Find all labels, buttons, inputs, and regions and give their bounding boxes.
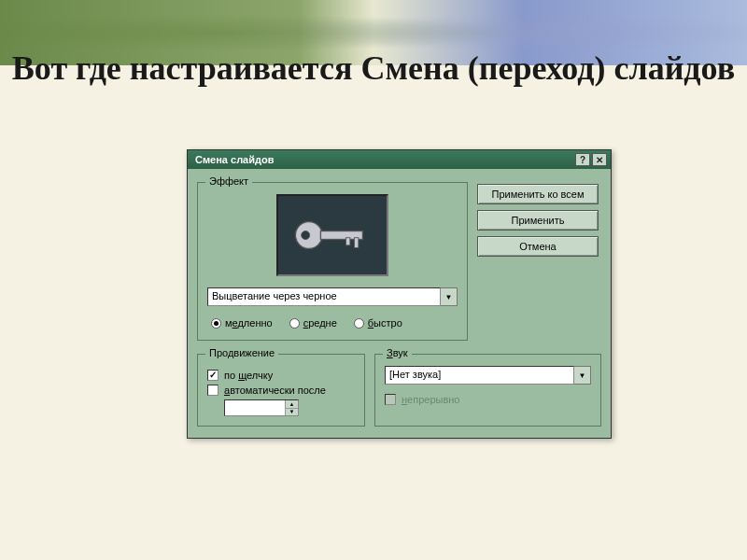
apply-all-button[interactable]: Применить ко всем [477, 184, 599, 204]
loop-checkbox: непрерывно [385, 394, 591, 405]
sound-combo-dropdown[interactable]: ▼ [574, 366, 591, 385]
apply-button[interactable]: Применить [477, 210, 599, 231]
slide-title: Вот где настраивается Смена (переход) сл… [0, 49, 747, 89]
speed-fast-radio[interactable]: быстро [354, 317, 402, 329]
on-click-label: по щелчку [224, 370, 273, 381]
spin-up[interactable]: ▲ [285, 400, 298, 409]
speed-slow-radio[interactable]: медленно [211, 317, 273, 329]
advance-group-label: Продвижение [205, 347, 278, 358]
speed-fast-label: быстро [368, 317, 402, 329]
auto-time-input[interactable]: ▲ ▼ [224, 399, 299, 416]
svg-rect-4 [354, 238, 359, 248]
sound-combo-value[interactable]: [Нет звука] [385, 366, 574, 385]
effect-combo-value[interactable]: Выцветание через черное [207, 287, 441, 306]
effect-combo[interactable]: Выцветание через черное ▼ [207, 287, 458, 306]
dialog-titlebar[interactable]: Смена слайдов ? ✕ [188, 150, 611, 169]
loop-label: непрерывно [402, 394, 459, 405]
effect-combo-dropdown[interactable]: ▼ [441, 287, 458, 306]
sound-group-label: Звук [383, 347, 412, 358]
auto-after-label: автоматически после [224, 385, 326, 396]
close-button[interactable]: ✕ [592, 153, 607, 166]
radio-icon [354, 318, 364, 329]
radio-icon [211, 318, 221, 329]
auto-after-checkbox[interactable]: автоматически после [207, 385, 355, 396]
effect-group: Эффект Выцветание через черное ▼ [197, 182, 468, 341]
spin-down[interactable]: ▼ [285, 409, 298, 416]
radio-icon [289, 318, 300, 329]
time-field[interactable] [225, 400, 285, 415]
checkbox-icon [207, 385, 218, 396]
advance-group: Продвижение по щелчку автоматически посл… [197, 354, 365, 427]
speed-medium-label: средне [303, 317, 337, 329]
key-icon [290, 212, 374, 259]
sound-group: Звук [Нет звука] ▼ непрерывно [374, 354, 601, 427]
sound-combo[interactable]: [Нет звука] ▼ [385, 366, 591, 385]
svg-point-1 [302, 231, 310, 240]
effect-group-label: Эффект [205, 175, 252, 187]
on-click-checkbox[interactable]: по щелчку [207, 370, 355, 381]
slide-transition-dialog: Смена слайдов ? ✕ Эффект [187, 149, 612, 439]
speed-slow-label: медленно [225, 317, 273, 329]
speed-medium-radio[interactable]: средне [289, 317, 337, 329]
dialog-title: Смена слайдов [195, 154, 274, 165]
effect-preview[interactable] [276, 194, 388, 276]
help-button[interactable]: ? [575, 153, 590, 166]
checkbox-icon [385, 394, 396, 405]
checkbox-icon [207, 370, 218, 381]
svg-rect-3 [345, 238, 350, 245]
cancel-button[interactable]: Отмена [477, 236, 599, 257]
